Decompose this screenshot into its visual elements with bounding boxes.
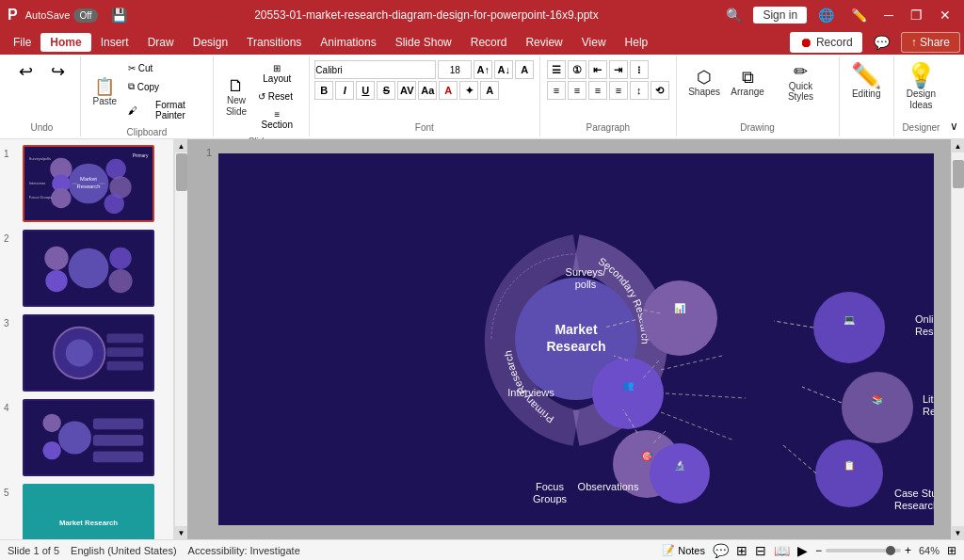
format-painter-button[interactable]: 🖌Format Painter: [123, 97, 205, 123]
signin-button[interactable]: Sign in: [753, 7, 807, 24]
menu-animations[interactable]: Animations: [311, 33, 385, 52]
slide-canvas[interactable]: Primary Research Secondary Research Mark…: [218, 153, 934, 525]
paste-button[interactable]: 📋 Paste: [88, 75, 121, 109]
spacing-button[interactable]: AV: [397, 81, 416, 100]
font-size-input[interactable]: [438, 60, 472, 79]
menu-design[interactable]: Design: [184, 33, 237, 52]
reset-button[interactable]: ↺ Reset: [253, 88, 301, 104]
align-center-button[interactable]: ≡: [568, 81, 586, 100]
section-button[interactable]: ≡ Section: [253, 106, 301, 133]
pen-icon[interactable]: ✏️: [845, 6, 873, 24]
highlight-button[interactable]: ✦: [459, 81, 478, 100]
numbering-button[interactable]: ①: [568, 60, 586, 79]
font-color-button[interactable]: A: [439, 81, 458, 100]
decrease-indent-button[interactable]: ⇤: [588, 60, 607, 79]
presenter-view-button[interactable]: ▶: [797, 543, 808, 558]
slide-thumb-3[interactable]: 3: [4, 314, 169, 392]
columns-button[interactable]: ⫶: [630, 60, 649, 79]
decrease-font-button[interactable]: A↓: [494, 60, 513, 79]
editing-button[interactable]: ✏️ Editing: [846, 60, 886, 102]
menu-review[interactable]: Review: [516, 33, 571, 52]
fit-slide-button[interactable]: ⊞: [947, 544, 956, 557]
direction-button[interactable]: ⟲: [651, 81, 669, 100]
notes-button[interactable]: 📝 Notes: [662, 544, 705, 556]
shadow-button[interactable]: A: [480, 81, 499, 100]
close-button[interactable]: ✕: [934, 6, 956, 24]
arrange-button[interactable]: ⧉ Arrange: [727, 66, 769, 100]
normal-view-button[interactable]: ⊞: [736, 543, 747, 558]
svg-point-19: [45, 270, 67, 292]
vertical-scrollbar[interactable]: ▲ ▼: [174, 139, 187, 539]
reading-view-button[interactable]: 📖: [774, 543, 790, 558]
canvas-scroll-up-button[interactable]: ▲: [952, 139, 964, 152]
restore-button[interactable]: ❐: [905, 6, 928, 24]
redo-button[interactable]: ↪: [42, 60, 72, 83]
scroll-down-button[interactable]: ▼: [175, 526, 188, 539]
font-name-input[interactable]: [314, 60, 436, 79]
canvas-scroll-thumb[interactable]: [953, 160, 964, 188]
comment-button[interactable]: 💬: [868, 33, 895, 52]
menu-file[interactable]: File: [4, 33, 40, 52]
new-slide-button[interactable]: 🗋 New Slide: [221, 74, 251, 120]
share-button[interactable]: ↑ Share: [901, 32, 960, 53]
ribbon-collapse-button[interactable]: ∨: [950, 120, 958, 133]
layout-button[interactable]: ⊞ Layout: [253, 60, 301, 87]
menu-help[interactable]: Help: [616, 33, 658, 52]
italic-button[interactable]: I: [335, 81, 354, 100]
zoom-in-button[interactable]: +: [905, 544, 911, 557]
slide-image-3[interactable]: [23, 314, 154, 392]
menu-transitions[interactable]: Transitions: [237, 33, 311, 52]
slide-thumb-4[interactable]: 4: [4, 399, 169, 476]
clear-format-button[interactable]: A: [515, 60, 534, 79]
search-title-button[interactable]: 🔍: [720, 6, 747, 24]
slide-panel: 1 Market Research Primary Surveys/: [0, 139, 174, 539]
menu-insert[interactable]: Insert: [91, 33, 138, 52]
zoom-slider[interactable]: [826, 549, 901, 552]
canvas-vertical-scroll[interactable]: ▲ ▼: [951, 139, 964, 539]
globe-icon[interactable]: 🌐: [812, 6, 840, 24]
shapes-button[interactable]: ⬡ Shapes: [684, 66, 725, 100]
zoom-slider-thumb[interactable]: [886, 546, 895, 555]
comments-status-button[interactable]: 💬: [713, 543, 729, 558]
menu-home[interactable]: Home: [40, 33, 90, 52]
slide-thumb-2[interactable]: 2: [4, 230, 169, 307]
scroll-up-button[interactable]: ▲: [175, 139, 188, 152]
slide-image-5[interactable]: Market Research: [23, 484, 154, 539]
scroll-thumb[interactable]: [176, 153, 187, 191]
quick-styles-button[interactable]: ✏ Quick Styles: [770, 60, 830, 104]
slide-sorter-button[interactable]: ⊟: [755, 543, 766, 558]
save-button[interactable]: 💾: [105, 6, 133, 24]
svg-text:polls: polls: [574, 279, 596, 290]
minimize-button[interactable]: ─: [878, 6, 899, 24]
design-ideas-button[interactable]: 💡 Design Ideas: [901, 60, 940, 113]
cut-button[interactable]: ✂Cut: [123, 60, 205, 76]
strikethrough-button[interactable]: S: [377, 81, 395, 100]
slide-image-1[interactable]: Market Research Primary Surveys/polls In…: [23, 145, 154, 222]
copy-button[interactable]: ⧉Copy: [123, 78, 205, 95]
align-left-button[interactable]: ≡: [547, 81, 566, 100]
slide-image-4[interactable]: [23, 399, 154, 476]
canvas-scroll-down-button[interactable]: ▼: [952, 526, 964, 539]
justify-button[interactable]: ≡: [609, 81, 628, 100]
zoom-out-button[interactable]: −: [815, 544, 822, 557]
slide-image-2[interactable]: [23, 230, 154, 307]
menu-slideshow[interactable]: Slide Show: [386, 33, 461, 52]
undo-button[interactable]: ↩: [10, 60, 40, 83]
slide-thumb-1[interactable]: 1 Market Research Primary Surveys/: [4, 145, 169, 222]
bold-button[interactable]: B: [314, 81, 333, 100]
svg-text:Research: Research: [77, 184, 101, 189]
change-case-button[interactable]: Aa: [418, 81, 437, 100]
align-right-button[interactable]: ≡: [588, 81, 607, 100]
increase-font-button[interactable]: A↑: [474, 60, 492, 79]
record-button[interactable]: ⏺ Record: [790, 32, 862, 53]
menu-view[interactable]: View: [572, 33, 616, 52]
menu-draw[interactable]: Draw: [138, 33, 184, 52]
autosave-toggle[interactable]: Off: [73, 8, 97, 23]
line-spacing-button[interactable]: ↕: [630, 81, 649, 100]
increase-indent-button[interactable]: ⇥: [609, 60, 628, 79]
underline-button[interactable]: U: [356, 81, 375, 100]
svg-point-40: [515, 278, 637, 400]
menu-record[interactable]: Record: [461, 33, 517, 52]
slide-thumb-5[interactable]: 5 Market Research: [4, 484, 169, 539]
bullets-button[interactable]: ☰: [547, 60, 566, 79]
